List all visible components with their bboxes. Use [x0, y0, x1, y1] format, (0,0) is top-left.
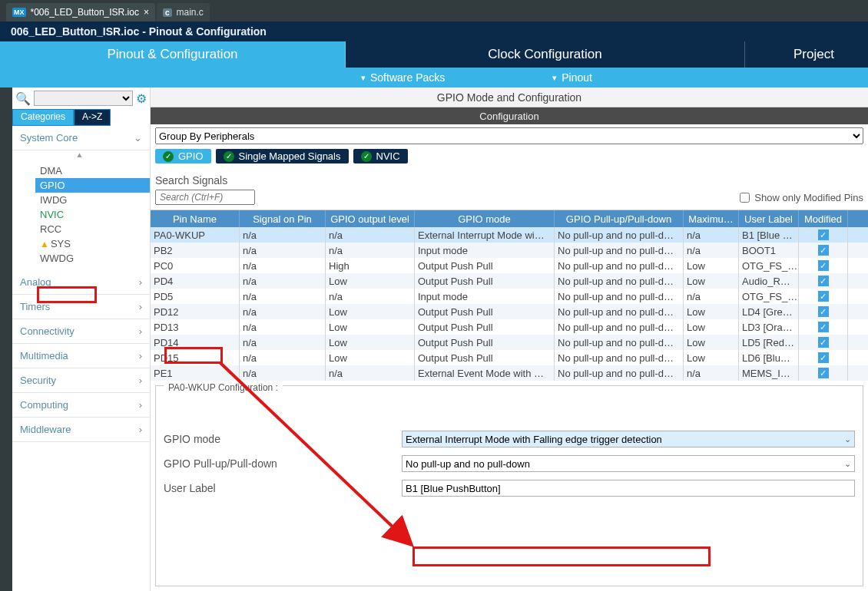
- show-modified-checkbox[interactable]: Show only Modified Pins: [740, 192, 863, 203]
- pin-config-title: PA0-WKUP Configuration :: [164, 382, 283, 393]
- cfg-row-mode: GPIO mode External Interrupt Mode with F…: [164, 431, 855, 447]
- sort-arrows-icon: ▲: [12, 150, 150, 160]
- check-icon: ✓: [224, 151, 234, 162]
- breadcrumb: 006_LED_Button_ISR.ioc - Pinout & Config…: [0, 21, 277, 41]
- pill-tab-gpio[interactable]: ✓GPIO: [155, 149, 211, 163]
- gear-icon[interactable]: ⚙: [136, 91, 147, 106]
- pill-tab-single-mapped[interactable]: ✓Single Mapped Signals: [216, 149, 349, 163]
- table-row[interactable]: PD13n/aLowOutput Push PullNo pull-up and…: [151, 319, 868, 335]
- tree-section-security[interactable]: Security›: [12, 368, 150, 393]
- mode-tabs: Categories A->Z: [12, 109, 150, 126]
- chevron-right-icon: ›: [139, 399, 142, 411]
- table-row[interactable]: PD4n/aLowOutput Push PullNo pull-up and …: [151, 273, 868, 289]
- check-icon: ✓: [818, 306, 829, 317]
- check-icon: ✓: [818, 276, 829, 286]
- pin-table: Pin Name Signal on Pin GPIO output level…: [151, 210, 868, 381]
- menu-software-packs[interactable]: ▾Software Packs: [361, 68, 445, 87]
- check-icon: ✓: [818, 337, 829, 348]
- breadcrumb-bar: 006_LED_Button_ISR.ioc - Pinout & Config…: [0, 21, 868, 41]
- chevron-right-icon: ›: [139, 276, 142, 288]
- tree-section-analog[interactable]: Analog›: [12, 270, 150, 295]
- table-row[interactable]: PD12n/aLowOutput Push PullNo pull-up and…: [151, 304, 868, 319]
- configuration-header: Configuration: [151, 107, 868, 124]
- category-search-row: 🔍 ⚙: [12, 87, 150, 109]
- chevron-down-icon: ▾: [552, 73, 557, 83]
- mode-tab-az[interactable]: A->Z: [74, 109, 111, 126]
- menu-pinout[interactable]: ▾Pinout: [552, 68, 592, 87]
- tree-section-connectivity[interactable]: Connectivity›: [12, 319, 150, 344]
- warning-icon: ▲: [40, 239, 49, 249]
- search-signals-label: Search Signals: [151, 168, 868, 190]
- table-row[interactable]: PC0n/aHighOutput Push PullNo pull-up and…: [151, 258, 868, 273]
- chevron-down-icon: ⌄: [844, 434, 851, 444]
- editor-tab-mainc[interactable]: c main.c: [157, 3, 210, 21]
- chevron-right-icon: ›: [139, 424, 142, 435]
- col-maximum[interactable]: Maximu…: [684, 210, 739, 227]
- show-modified-input[interactable]: [740, 193, 750, 203]
- table-row[interactable]: PD14n/aLowOutput Push PullNo pull-up and…: [151, 335, 868, 350]
- cfg-pull-select[interactable]: No pull-up and no pull-down⌄: [402, 455, 855, 472]
- tree-item-dma[interactable]: DMA: [35, 163, 150, 178]
- check-icon: ✓: [818, 291, 829, 302]
- group-by-row: Group By Peripherals: [151, 124, 868, 147]
- mx-badge: MX: [12, 8, 26, 17]
- sub-menu-bar: ▾Software Packs ▾Pinout: [0, 68, 868, 87]
- check-icon: ✓: [818, 229, 829, 240]
- col-pull[interactable]: GPIO Pull-up/Pull-down: [555, 210, 684, 227]
- chevron-right-icon: ›: [139, 375, 142, 386]
- search-icon[interactable]: 🔍: [15, 91, 31, 106]
- table-row[interactable]: PB2n/an/aInput modeNo pull-up and no pul…: [151, 243, 868, 258]
- editor-tab-ioc[interactable]: MX *006_LED_Button_ISR.ioc ×: [6, 3, 155, 21]
- search-signals-input[interactable]: [155, 190, 255, 205]
- editor-tab-label: *006_LED_Button_ISR.ioc: [31, 7, 139, 18]
- table-row[interactable]: PA0-WKUPn/an/aExternal Interrupt Mode wi…: [151, 227, 868, 243]
- tree-item-iwdg[interactable]: IWDG: [35, 193, 150, 207]
- tree-item-wwdg[interactable]: WWDG: [35, 251, 150, 266]
- chevron-right-icon: ›: [139, 301, 142, 312]
- close-icon[interactable]: ×: [144, 7, 149, 18]
- cfg-row-pull: GPIO Pull-up/Pull-down No pull-up and no…: [164, 455, 855, 472]
- group-by-select[interactable]: Group By Peripherals: [155, 127, 863, 144]
- editor-tab-bar: MX *006_LED_Button_ISR.ioc × c main.c: [0, 0, 868, 21]
- check-icon: ✓: [818, 352, 829, 363]
- main-panel: GPIO Mode and Configuration Configuratio…: [151, 87, 868, 591]
- cfg-mode-label: GPIO mode: [164, 433, 402, 445]
- table-row[interactable]: PD5n/an/aInput modeNo pull-up and no pul…: [151, 289, 868, 304]
- tree-item-rcc[interactable]: RCC: [35, 222, 150, 236]
- tree-section-middleware[interactable]: Middleware›: [12, 418, 150, 442]
- tab-pinout-config[interactable]: Pinout & Configuration: [0, 41, 346, 68]
- tree-section-computing[interactable]: Computing›: [12, 393, 150, 418]
- tree-item-sys[interactable]: ▲SYS: [35, 236, 150, 251]
- category-tree: System Core ⌄ ▲ DMAGPIOIWDGNVICRCC▲SYSWW…: [12, 126, 150, 591]
- tree-section-timers[interactable]: Timers›: [12, 295, 150, 319]
- col-modified[interactable]: Modified: [799, 210, 848, 227]
- col-pin-name[interactable]: Pin Name: [151, 210, 240, 227]
- check-icon: ✓: [163, 151, 174, 162]
- chevron-down-icon: ▾: [361, 73, 366, 83]
- table-row[interactable]: PE1n/an/aExternal Event Mode with …No pu…: [151, 365, 868, 381]
- col-mode[interactable]: GPIO mode: [415, 210, 555, 227]
- category-search-combo[interactable]: [34, 91, 133, 106]
- tab-clock-config[interactable]: Clock Configuration: [346, 41, 745, 68]
- table-header[interactable]: Pin Name Signal on Pin GPIO output level…: [151, 210, 868, 227]
- check-icon: ✓: [818, 322, 829, 332]
- table-row[interactable]: PD15n/aLowOutput Push PullNo pull-up and…: [151, 350, 868, 365]
- pin-config-panel: PA0-WKUP Configuration : GPIO mode Exter…: [155, 385, 863, 586]
- tree-section-multimedia[interactable]: Multimedia›: [12, 344, 150, 368]
- cfg-mode-select[interactable]: External Interrupt Mode with Falling edg…: [402, 431, 855, 447]
- col-signal[interactable]: Signal on Pin: [240, 210, 326, 227]
- cfg-row-user-label: User Label: [164, 480, 855, 497]
- mode-tab-categories[interactable]: Categories: [12, 109, 74, 126]
- col-user-label[interactable]: User Label: [739, 210, 799, 227]
- tab-project[interactable]: Project: [745, 41, 868, 68]
- cfg-user-label-input[interactable]: [402, 480, 855, 497]
- check-icon: ✓: [818, 260, 829, 271]
- tree-section-system-core[interactable]: System Core ⌄: [12, 126, 150, 150]
- pill-tab-nvic[interactable]: ✓NVIC: [353, 149, 408, 163]
- chevron-right-icon: ›: [139, 325, 142, 337]
- col-output[interactable]: GPIO output level: [326, 210, 415, 227]
- check-icon: ✓: [818, 245, 829, 256]
- chevron-down-icon: ⌄: [134, 132, 142, 144]
- tree-item-nvic[interactable]: NVIC: [35, 207, 150, 222]
- tree-item-gpio[interactable]: GPIO: [35, 178, 150, 193]
